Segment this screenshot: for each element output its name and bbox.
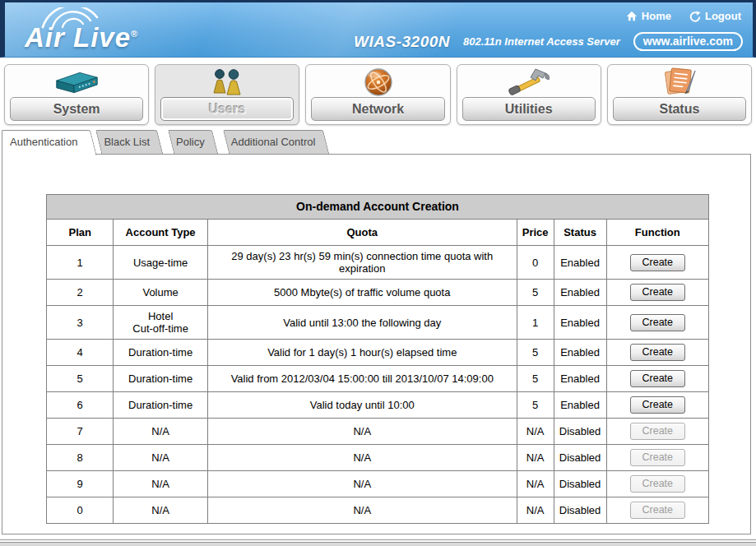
website-link[interactable]: www.airlive.com [633,32,743,51]
plan-cell: 0 [47,497,114,524]
logout-icon [689,11,701,22]
tab-black-list[interactable]: Black List [95,130,165,155]
price-cell: 5 [517,340,554,366]
create-button: Create [630,449,686,466]
price-cell: 0 [517,246,554,280]
nav-button-utilities[interactable]: Utilities [462,97,596,121]
plan-cell: 5 [47,366,114,392]
price-cell: N/A [517,497,554,524]
network-icon [306,65,449,99]
col-header-function: Function [606,220,708,246]
quota-cell: Valid from 2012/03/04 15:00:00 till 2013… [207,366,517,392]
price-cell: 1 [517,306,554,340]
nav-button-network[interactable]: Network [311,97,444,121]
brand-name: Air Live® [25,22,138,53]
account-type-cell: Duration-time [114,366,207,392]
home-link[interactable]: Home [626,10,671,22]
account-type-cell: Duration-time [114,340,207,366]
plan-cell: 2 [47,280,114,306]
create-button: Create [630,475,686,493]
account-type-cell: Hotel Cut-off-time [114,306,207,340]
plan-cell: 6 [47,392,114,419]
status-cell: Disabled [554,497,606,524]
status-cell: Enabled [554,280,606,306]
plan-cell: 4 [47,340,114,366]
tab-policy[interactable]: Policy [168,130,220,155]
plan-cell: 3 [47,306,114,340]
tab-authentication[interactable]: Authentication [2,130,92,155]
product-subtitle: 802.11n Internet Access Server [463,35,620,48]
account-type-cell: N/A [114,445,207,471]
registered-mark: ® [131,29,138,39]
status-cell: Enabled [554,392,606,419]
table-row: 5 Duration-time Valid from 2012/03/04 15… [47,366,709,392]
home-icon [626,11,638,21]
table-row: 7 N/A N/A N/A Disabled Create [47,419,709,445]
create-button: Create [630,423,686,440]
account-type-cell: N/A [114,497,207,524]
nav-button-users[interactable]: Users [160,97,294,121]
price-cell: N/A [517,445,554,471]
footer-divider [0,539,756,546]
nav-card-status[interactable]: Status [607,64,752,125]
plan-cell: 8 [47,445,114,471]
create-button[interactable]: Create [630,284,686,301]
logout-label: Logout [705,10,741,22]
nav-card-utilities[interactable]: Utilities [457,64,601,125]
status-cell: Enabled [554,306,606,340]
header: Air Live® Home Logout WIAS-3200N 802.11n… [0,0,756,58]
col-header-quota: Quota [207,220,517,246]
status-cell: Disabled [554,471,606,497]
quota-cell: N/A [207,471,517,497]
tab-additional-control[interactable]: Additional Control [223,130,331,155]
price-cell: N/A [517,419,554,445]
quota-cell: N/A [207,445,517,471]
quota-cell: Valid for 1 day(s) 1 hour(s) elapsed tim… [207,340,517,366]
create-button[interactable]: Create [630,314,686,331]
tools-icon [457,65,601,99]
main-nav: System Users [0,58,756,130]
account-type-cell: N/A [114,419,207,445]
content-panel: On-demand Account Creation Plan Account … [2,154,751,534]
quota-cell: 29 day(s) 23 hr(s) 59 min(s) connection … [207,246,517,280]
status-icon [608,65,751,99]
nav-card-users[interactable]: Users [155,64,299,125]
sub-tabs: Authentication Black List Policy Additio… [2,130,333,155]
price-cell: 5 [517,366,554,392]
router-icon [5,65,148,99]
quota-cell: N/A [207,497,517,524]
table-title: On-demand Account Creation [47,195,709,220]
col-header-type: Account Type [114,220,207,246]
create-button[interactable]: Create [630,344,686,361]
status-cell: Enabled [554,246,606,280]
table-row: 8 N/A N/A N/A Disabled Create [47,445,709,471]
quota-cell: N/A [207,419,517,445]
nav-button-status[interactable]: Status [613,97,746,121]
users-icon [155,65,299,99]
status-cell: Enabled [554,366,606,392]
table-row: 4 Duration-time Valid for 1 day(s) 1 hou… [47,340,709,366]
table-row: 3 Hotel Cut-off-time Valid until 13:00 t… [47,306,709,340]
create-button[interactable]: Create [630,370,686,387]
status-cell: Enabled [554,340,606,366]
model-name: WIAS-3200N [354,33,450,51]
logout-link[interactable]: Logout [689,10,741,22]
table-row: 1 Usage-time 29 day(s) 23 hr(s) 59 min(s… [47,246,709,280]
create-button[interactable]: Create [630,254,686,271]
nav-card-system[interactable]: System [4,64,149,125]
account-type-cell: N/A [114,471,207,497]
price-cell: N/A [517,471,554,497]
nav-button-system[interactable]: System [10,97,143,121]
create-button[interactable]: Create [630,396,686,414]
status-cell: Disabled [554,419,606,445]
quota-cell: Valid today until 10:00 [207,392,517,419]
price-cell: 5 [517,280,554,306]
price-cell: 5 [517,392,554,419]
plan-cell: 9 [47,471,114,497]
nav-card-network[interactable]: Network [305,64,450,125]
col-header-price: Price [517,220,554,246]
table-row: 6 Duration-time Valid today until 10:00 … [47,392,709,419]
account-type-cell: Volume [114,280,207,306]
plan-cell: 1 [47,246,114,280]
col-header-status: Status [554,220,606,246]
